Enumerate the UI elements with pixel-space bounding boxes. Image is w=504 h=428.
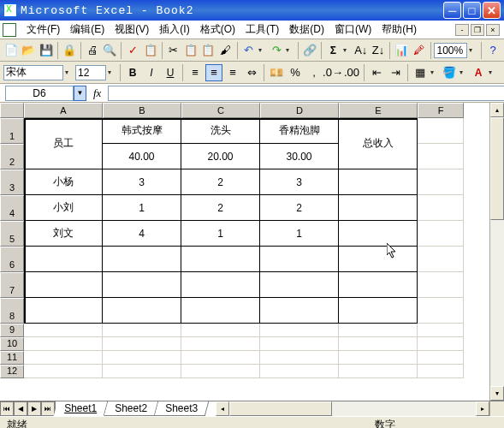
cell-E5[interactable] (339, 221, 418, 247)
fill-color-button[interactable]: 🪣 (441, 64, 458, 81)
redo-button[interactable]: ↷ (269, 42, 284, 59)
sort-desc-button[interactable]: Z↓ (371, 42, 386, 59)
row-header-8[interactable]: 8 (0, 298, 24, 324)
row-header-11[interactable]: 11 (0, 351, 24, 365)
cell-E7[interactable] (339, 272, 418, 298)
cell-A6[interactable] (24, 247, 103, 272)
drawing-button[interactable]: 🖉 (411, 42, 426, 59)
cell[interactable] (418, 195, 464, 221)
scroll-left-button[interactable]: ◂ (216, 401, 229, 416)
name-box-dropdown[interactable]: ▼ (74, 86, 86, 101)
cell-A7[interactable] (24, 272, 103, 298)
undo-button[interactable]: ↶ (241, 42, 257, 59)
open-button[interactable]: 📂 (21, 42, 36, 59)
autosum-button[interactable]: Σ (325, 42, 341, 59)
cell-D8[interactable] (260, 298, 339, 324)
cell-D3[interactable]: 3 (260, 169, 339, 195)
cell[interactable] (24, 351, 103, 365)
underline-button[interactable]: U (162, 64, 179, 81)
decrease-indent-button[interactable]: ⇤ (368, 64, 385, 81)
copy-button[interactable]: 📋 (183, 42, 199, 59)
cell[interactable] (418, 298, 464, 324)
font-size-dropdown[interactable]: ▾ (108, 68, 116, 76)
hscroll-thumb[interactable] (229, 401, 332, 416)
zoom-dropdown[interactable]: ▾ (469, 46, 477, 54)
cell-A5[interactable]: 刘文 (24, 221, 103, 247)
font-color-button[interactable]: A (470, 64, 487, 81)
menu-data[interactable]: 数据(D) (284, 21, 329, 39)
cell-C8[interactable] (181, 298, 260, 324)
tab-next-button[interactable]: ▶ (27, 401, 41, 416)
cell-C4[interactable]: 2 (181, 195, 260, 221)
tab-prev-button[interactable]: ◀ (14, 401, 27, 416)
merge-center-button[interactable]: ⇔ (243, 64, 260, 81)
cell-B6[interactable] (103, 247, 181, 272)
spreadsheet-grid[interactable]: ABCDEF 123456789101112 员工韩式按摩洗头香精泡脚总收入40… (0, 103, 489, 401)
paste-button[interactable]: 📋 (200, 42, 216, 59)
cell[interactable] (339, 365, 418, 378)
cell-B3[interactable]: 3 (103, 169, 181, 195)
permission-button[interactable]: 🔒 (62, 42, 77, 59)
decrease-decimal-button[interactable]: .00 (343, 64, 360, 81)
document-icon[interactable] (3, 23, 16, 37)
tab-last-button[interactable]: ⏭ (41, 401, 55, 416)
fx-icon[interactable]: fx (86, 86, 108, 100)
scroll-track[interactable] (490, 117, 504, 386)
row-header-6[interactable]: 6 (0, 247, 24, 272)
format-painter-button[interactable]: 🖌 (218, 42, 234, 59)
cell[interactable] (103, 365, 181, 378)
cell[interactable] (103, 337, 181, 351)
bold-button[interactable]: B (124, 64, 141, 81)
cell-D4[interactable]: 2 (260, 195, 339, 221)
align-right-button[interactable]: ≡ (224, 64, 241, 81)
cell[interactable] (418, 351, 464, 365)
col-header-C[interactable]: C (181, 103, 260, 118)
zoom-box[interactable]: 100% (434, 43, 467, 58)
menu-insert[interactable]: 插入(I) (154, 21, 194, 39)
tab-first-button[interactable]: ⏮ (0, 401, 14, 416)
maximize-button[interactable]: □ (463, 2, 481, 19)
menu-tools[interactable]: 工具(T) (240, 21, 284, 39)
percent-button[interactable]: % (287, 64, 304, 81)
formula-bar[interactable] (108, 86, 504, 101)
cell-D2[interactable]: 30.00 (260, 144, 339, 169)
fill-color-dropdown[interactable]: ▾ (460, 68, 468, 76)
col-header-D[interactable]: D (260, 103, 339, 118)
cut-button[interactable]: ✂ (166, 42, 181, 59)
cell[interactable] (418, 324, 464, 337)
cell[interactable] (418, 247, 464, 272)
scroll-down-button[interactable]: ▾ (490, 386, 504, 401)
row-header-1[interactable]: 1 (0, 118, 24, 144)
cell-A8[interactable] (24, 298, 103, 324)
cell[interactable] (339, 324, 418, 337)
increase-decimal-button[interactable]: .0→ (324, 64, 341, 81)
align-center-button[interactable]: ≡ (205, 64, 222, 81)
row-header-7[interactable]: 7 (0, 272, 24, 298)
redo-dropdown[interactable]: ▾ (286, 46, 294, 54)
cell-E6[interactable] (339, 247, 418, 272)
hscroll-track[interactable] (229, 401, 476, 416)
cell-A4[interactable]: 小刘 (24, 195, 103, 221)
save-button[interactable]: 💾 (39, 42, 54, 59)
chart-button[interactable]: 📊 (394, 42, 409, 59)
close-button[interactable]: ✕ (483, 2, 501, 19)
print-preview-button[interactable]: 🔍 (102, 42, 117, 59)
cell-B5[interactable]: 4 (103, 221, 181, 247)
cell-C2[interactable]: 20.00 (181, 144, 260, 169)
mdi-close-button[interactable]: × (486, 24, 500, 36)
help-button[interactable]: ? (485, 42, 501, 59)
cell[interactable] (181, 337, 260, 351)
cell-E1[interactable]: 总收入 (339, 118, 418, 169)
cell[interactable] (260, 351, 339, 365)
font-size-box[interactable]: 12 (75, 65, 106, 80)
cell-B8[interactable] (103, 298, 181, 324)
menu-edit[interactable]: 编辑(E) (65, 21, 110, 39)
cell-E8[interactable] (339, 298, 418, 324)
cell-C7[interactable] (181, 272, 260, 298)
cell-E3[interactable] (339, 169, 418, 195)
cell-C3[interactable]: 2 (181, 169, 260, 195)
sort-asc-button[interactable]: A↓ (353, 42, 369, 59)
cell[interactable] (418, 118, 464, 144)
menu-format[interactable]: 格式(O) (195, 21, 240, 39)
cell[interactable] (260, 365, 339, 378)
